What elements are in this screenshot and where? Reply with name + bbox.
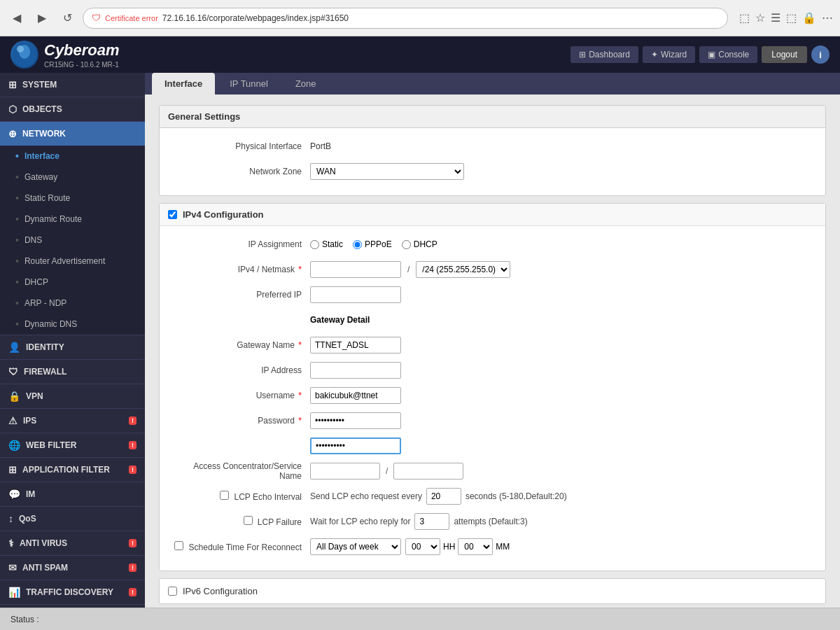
pppoe-radio[interactable] — [353, 240, 362, 249]
forward-button[interactable]: ▶ — [32, 8, 52, 28]
sidebar-item-interface[interactable]: Interface — [0, 146, 145, 167]
objects-icon: ⬡ — [8, 104, 17, 115]
password-input1[interactable] — [310, 412, 401, 429]
slash-separator: / — [407, 265, 410, 274]
schedule-row: Schedule Time For Reconnect All Days of … — [170, 537, 815, 556]
ipv4-config-box: IPv4 Configuration IP Assignment Static — [159, 203, 826, 571]
pppoe-radio-label[interactable]: PPPoE — [353, 239, 392, 249]
ipv4-header: IPv4 Configuration — [160, 204, 825, 226]
physical-interface-row: Physical Interface PortB — [170, 136, 815, 156]
password-row1: Password * — [170, 411, 815, 430]
sidebar-item-static-route[interactable]: Static Route — [0, 188, 145, 209]
static-label: Static — [322, 239, 343, 249]
ipv4-enable-checkbox[interactable] — [168, 210, 177, 219]
ip-address-row: IP Address — [170, 360, 815, 380]
main-layout: ⊞ SYSTEM ⬡ OBJECTS ⊕ NETWORK Interface — [0, 73, 840, 608]
bookmark-icon[interactable]: ☆ — [755, 11, 765, 24]
gateway-name-label: Gateway Name * — [170, 340, 310, 350]
sidebar-item-app-filter[interactable]: ⊞ APPLICATION FILTER ! — [0, 458, 145, 482]
username-input[interactable] — [310, 387, 401, 404]
ip-assignment-radio-group: Static PPPoE DHCP — [310, 239, 438, 249]
password-input2[interactable] — [310, 438, 401, 454]
more-icon[interactable]: ⋯ — [822, 11, 833, 24]
dhcp-radio[interactable] — [402, 240, 411, 249]
console-button[interactable]: ▣ Console — [699, 46, 757, 63]
console-icon: ▣ — [708, 50, 715, 59]
schedule-checkbox[interactable] — [174, 541, 183, 550]
dashboard-icon: ⊞ — [579, 50, 586, 59]
sidebar-section-anti-spam: ✉ ANTI SPAM ! — [0, 556, 145, 580]
cast-icon[interactable]: ⬚ — [786, 11, 797, 24]
gateway-name-input[interactable] — [310, 337, 401, 354]
accs-input1[interactable] — [310, 463, 380, 479]
sidebar-item-arp-ndp[interactable]: ARP - NDP — [0, 293, 145, 314]
days-of-week-select[interactable]: All Days of week Monday Tuesday Wednesda… — [310, 538, 401, 555]
tab-zone[interactable]: Zone — [283, 73, 329, 94]
sidebar-item-dynamic-dns[interactable]: Dynamic DNS — [0, 314, 145, 335]
static-radio[interactable] — [310, 240, 319, 249]
url-text[interactable]: 72.16.16.16/corporate/webpages/index.jsp… — [162, 13, 349, 23]
anti-virus-icon: ⚕ — [8, 538, 14, 549]
sidebar-item-dns[interactable]: DNS — [0, 230, 145, 251]
wizard-button[interactable]: ✦ Wizard — [643, 46, 695, 63]
back-button[interactable]: ◀ — [7, 8, 27, 28]
sidebar-item-dynamic-route[interactable]: Dynamic Route — [0, 209, 145, 230]
sidebar-item-firewall[interactable]: 🛡 FIREWALL — [0, 360, 145, 384]
refresh-button[interactable]: ↺ — [57, 8, 77, 28]
sidebar-section-vpn: 🔒 VPN — [0, 384, 145, 409]
network-zone-select[interactable]: WAN LAN DMZ Local — [310, 163, 464, 180]
sidebar-item-im[interactable]: 💬 IM — [0, 482, 145, 506]
top-nav: Cyberoam CR15iNG - 10.6.2 MR-1 ⊞ Dashboa… — [0, 36, 840, 73]
gateway-name-row: Gateway Name * — [170, 335, 815, 355]
ip-slash-group: / /24 (255.255.255.0) /16 (255.255.0.0) … — [310, 261, 510, 278]
lcp-echo-checkbox[interactable] — [220, 491, 229, 500]
lcp-echo-input[interactable] — [426, 488, 461, 505]
dashboard-button[interactable]: ⊞ Dashboard — [570, 46, 638, 63]
identity-icon: 👤 — [8, 342, 20, 353]
tab-ip-tunnel[interactable]: IP Tunnel — [217, 73, 281, 94]
gateway-detail-row: Gateway Detail — [170, 310, 815, 330]
hh-select[interactable]: 000102 — [405, 538, 440, 555]
accs-inputs: / — [310, 463, 463, 479]
sidebar-item-objects[interactable]: ⬡ OBJECTS — [0, 97, 145, 121]
sidebar-item-identity[interactable]: 👤 IDENTITY — [0, 335, 145, 359]
account-icon[interactable]: 🔒 — [802, 11, 816, 24]
sidebar-item-dhcp[interactable]: DHCP — [0, 272, 145, 293]
netmask-select[interactable]: /24 (255.255.255.0) /16 (255.255.0.0) /8… — [416, 261, 510, 278]
sidebar-item-anti-spam[interactable]: ✉ ANTI SPAM ! — [0, 556, 145, 580]
ipv6-enable-checkbox[interactable] — [168, 587, 177, 596]
dhcp-radio-label[interactable]: DHCP — [402, 239, 438, 249]
sidebar-item-traffic[interactable]: 📊 TRAFFIC DISCOVERY ! — [0, 580, 145, 604]
sidebar-item-router-adv[interactable]: Router Advertisement — [0, 251, 145, 272]
menu-icon[interactable]: ☰ — [771, 11, 780, 24]
ip-address-input[interactable] — [310, 261, 401, 278]
status-label: Status : — [10, 615, 39, 624]
sidebar-item-anti-virus[interactable]: ⚕ ANTI VIRUS ! — [0, 531, 145, 555]
svg-point-2 — [17, 46, 24, 52]
static-radio-label[interactable]: Static — [310, 239, 343, 249]
ip-address-field[interactable] — [310, 362, 401, 379]
app-container: Cyberoam CR15iNG - 10.6.2 MR-1 ⊞ Dashboa… — [0, 36, 840, 630]
sidebar-item-system[interactable]: ⊞ SYSTEM — [0, 73, 145, 97]
ipv4-title: IPv4 Configuration — [183, 209, 264, 220]
help-button[interactable]: i — [811, 46, 830, 64]
sidebar-item-gateway[interactable]: Gateway — [0, 167, 145, 188]
ipv4-netmask-row: IPv4 / Netmask * / /24 (255.255.255.0) /… — [170, 260, 815, 279]
sidebar-item-qos[interactable]: ↕ QoS — [0, 507, 145, 531]
browser-icons: ⬚ ☆ ☰ ⬚ 🔒 ⋯ — [739, 11, 833, 24]
sidebar-item-vpn[interactable]: 🔒 VPN — [0, 384, 145, 408]
lcp-echo-row: LCP Echo Interval Send LCP echo request … — [170, 486, 815, 506]
mm-select[interactable]: 00153045 — [458, 538, 493, 555]
lcp-failure-input[interactable] — [414, 513, 449, 530]
preferred-ip-input[interactable] — [310, 286, 401, 303]
physical-interface-value: PortB — [310, 141, 331, 151]
tab-interface[interactable]: Interface — [152, 73, 215, 94]
sidebar-item-web-filter[interactable]: 🌐 WEB FILTER ! — [0, 433, 145, 457]
sidebar-section-traffic: 📊 TRAFFIC DISCOVERY ! — [0, 580, 145, 605]
sidebar-item-network[interactable]: ⊕ NETWORK — [0, 122, 145, 146]
accs-input2[interactable] — [393, 463, 463, 479]
logout-button[interactable]: Logout — [762, 46, 807, 63]
dhcp-label: DHCP — [414, 239, 438, 249]
lcp-failure-checkbox[interactable] — [244, 516, 253, 525]
sidebar-item-ips[interactable]: ⚠ IPS ! — [0, 409, 145, 433]
